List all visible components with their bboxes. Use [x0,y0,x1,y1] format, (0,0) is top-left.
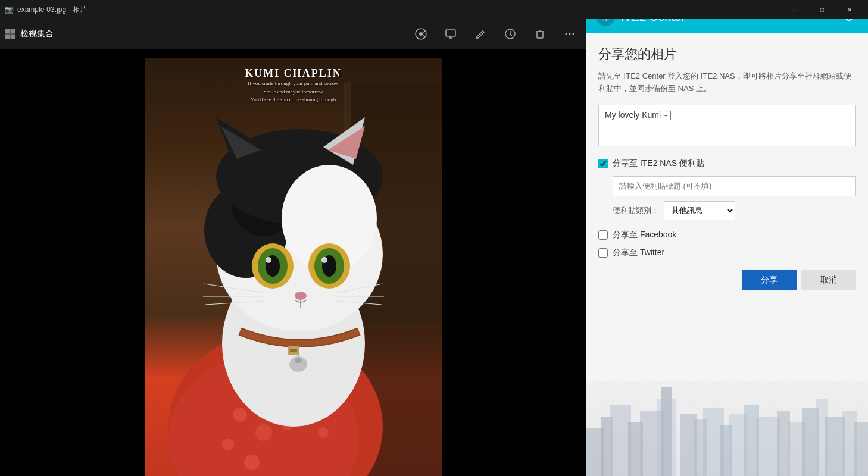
close-button[interactable]: ✕ [836,0,863,19]
twitter-checkbox-row: 分享至 Twitter [598,248,856,258]
svg-point-26 [233,408,247,422]
pencil-icon [474,28,486,40]
message-input[interactable]: My lovely Kumi～| [598,105,856,146]
monitor-button[interactable] [441,24,460,43]
svg-point-31 [318,427,329,438]
svg-rect-9 [446,30,455,36]
svg-line-8 [423,35,425,37]
app-name-label: 检视集合 [20,29,54,39]
svg-point-27 [255,424,272,441]
share-section-title: 分享您的相片 [598,45,856,63]
svg-point-20 [573,33,574,35]
sticker-title-input[interactable] [613,176,856,196]
nas-checkbox-row: 分享至 ITE2 NAS 便利貼 [598,158,856,169]
twitter-checkbox[interactable] [598,248,608,258]
svg-rect-4 [11,35,15,39]
svg-point-6 [419,32,423,36]
toolbar: 检视集合 [0,19,586,49]
facebook-checkbox-row: 分享至 Facebook [598,230,856,240]
sticker-input-area: 便利貼類別： 其他訊息 工作 個人 重要 [613,176,856,220]
svg-point-45 [266,257,271,263]
svg-rect-3 [5,35,10,39]
svg-rect-15 [537,32,543,38]
share-confirm-button[interactable]: 分享 [742,270,797,290]
sticker-category-row: 便利貼類別： 其他訊息 工作 個人 重要 [613,201,856,220]
svg-rect-2 [11,29,15,33]
svg-point-50 [295,292,307,300]
window-controls: ─ □ ✕ [781,0,863,19]
svg-point-19 [569,33,571,35]
more-button[interactable] [560,24,579,43]
monitor-icon [445,28,457,40]
action-buttons: 分享 取消 [598,270,856,290]
clock-icon [504,28,516,40]
sticker-category-select[interactable]: 其他訊息 工作 個人 重要 [664,201,735,220]
photo-title: KUMI CHAPLIN [245,67,342,80]
more-icon [564,28,576,40]
share-description: 請先至 ITE2 Center 登入您的 ITE2 NAS，即可將相片分享至社群… [598,70,856,95]
nas-checkbox-label[interactable]: 分享至 ITE2 NAS 便利貼 [613,158,704,169]
sticker-category-label: 便利貼類別： [613,205,659,216]
share-toolbar-button[interactable] [411,24,430,43]
svg-rect-1 [5,29,10,33]
window-title-text: example-03.jpg - 相片 [17,5,87,15]
svg-point-30 [244,455,260,470]
toolbar-left: 检视集合 [5,29,54,39]
cat-photo: KUMI CHAPLIN If you smile through your p… [145,58,442,476]
facebook-checkbox-label[interactable]: 分享至 Facebook [613,230,676,240]
share-icon [415,28,427,40]
trash-button[interactable] [530,24,549,43]
svg-point-28 [222,439,234,450]
svg-point-49 [321,257,327,263]
svg-rect-59 [290,349,297,352]
clock-button[interactable] [501,24,520,43]
twitter-checkbox-label[interactable]: 分享至 Twitter [613,248,664,258]
trash-icon [534,28,546,40]
toolbar-right [411,24,579,43]
pencil-button[interactable] [471,24,490,43]
svg-line-14 [510,34,512,36]
cancel-button[interactable]: 取消 [801,270,856,290]
svg-point-18 [566,33,567,35]
nas-checkbox[interactable] [598,159,608,168]
cat-illustration [145,82,442,476]
panel-content: 分享您的相片 請先至 ITE2 Center 登入您的 ITE2 NAS，即可將… [586,33,868,476]
maximize-button[interactable]: □ [808,0,836,19]
window-chrome: 📷 example-03.jpg - 相片 ─ □ ✕ [0,0,868,19]
photos-app-icon [5,29,15,39]
svg-point-61 [295,358,302,363]
image-area: KUMI CHAPLIN If you smile through your p… [0,19,586,476]
app-icon: 📷 [5,5,14,14]
right-panel: ITE2 Center 分享您的相片 請先至 ITE2 Center 登入您的 … [586,0,868,476]
minimize-button[interactable]: ─ [781,0,808,19]
svg-line-7 [423,31,425,33]
window-title: 📷 example-03.jpg - 相片 [5,5,87,15]
facebook-checkbox[interactable] [598,230,608,240]
